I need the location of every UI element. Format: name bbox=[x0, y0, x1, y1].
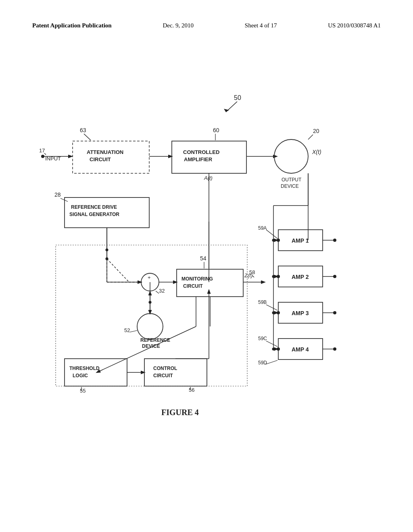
publication-label: Patent Application Publication bbox=[32, 22, 112, 29]
threshold-label2: LOGIC bbox=[73, 373, 88, 378]
control-circuit-box bbox=[144, 359, 207, 386]
monitoring-label2: CIRCUIT bbox=[183, 283, 203, 289]
patent-number: US 2010/0308748 A1 bbox=[328, 22, 381, 29]
ref-drive-junction bbox=[106, 249, 108, 251]
svg-line-19 bbox=[265, 360, 277, 364]
dist-dot-3 bbox=[272, 312, 275, 314]
label-20: 20 bbox=[313, 128, 319, 134]
label-58: 58 bbox=[249, 269, 255, 275]
controlled-amp-label1: CONTROLLED bbox=[183, 149, 219, 155]
svg-line-5 bbox=[308, 135, 313, 139]
label-52: 52 bbox=[124, 327, 130, 333]
amp2-out-dot bbox=[333, 275, 336, 278]
xt-label: X(t) bbox=[312, 149, 321, 155]
figure-label: FIGURE 4 bbox=[161, 408, 199, 417]
output-device-circle bbox=[274, 139, 308, 173]
output-device-label2: DEVICE bbox=[281, 183, 299, 189]
attenuation-circuit-label: ATTENUATION bbox=[87, 149, 123, 155]
ref-drive-label2: SIGNAL GENERATOR bbox=[69, 212, 119, 217]
amp4-out-dot bbox=[333, 347, 336, 351]
date-label: Dec. 9, 2010 bbox=[163, 22, 194, 29]
amp3-label: AMP 3 bbox=[292, 310, 309, 316]
monitoring-circuit-box bbox=[177, 269, 243, 297]
amp2-in-dot bbox=[277, 275, 280, 278]
threshold-label1: THRESHOLD bbox=[69, 366, 100, 371]
label-59d: 59D bbox=[258, 360, 267, 366]
svg-line-16 bbox=[266, 230, 277, 239]
page-header: Patent Application Publication Dec. 9, 2… bbox=[0, 22, 413, 29]
svg-line-11 bbox=[130, 330, 137, 332]
svg-line-10 bbox=[252, 276, 254, 277]
attenuation-circuit-label2: CIRCUIT bbox=[90, 156, 111, 162]
amp3-in-dot bbox=[277, 311, 280, 314]
label-59a: 59A bbox=[258, 225, 267, 231]
at-label: A(t) bbox=[204, 175, 213, 181]
circuit-diagram: 50 63 ATTENUATION CIRCUIT INPUT 17 60 CO… bbox=[20, 60, 399, 455]
label-54: 54 bbox=[200, 255, 206, 262]
mon-to-thresh-arrow bbox=[97, 326, 196, 372]
label-59b: 59B bbox=[258, 299, 267, 305]
amp2-label: AMP 2 bbox=[292, 274, 309, 280]
label-50: 50 bbox=[234, 94, 241, 101]
dist-dot-2 bbox=[272, 275, 275, 278]
label-17: 17 bbox=[39, 148, 45, 154]
label-56: 56 bbox=[189, 387, 194, 393]
svg-line-17 bbox=[266, 305, 277, 310]
amp1-out-dot bbox=[333, 239, 336, 242]
plus-sign: + bbox=[148, 274, 151, 281]
label-60: 60 bbox=[213, 127, 219, 133]
ref-drive-label1: REFERENCE DRIVE bbox=[71, 204, 117, 210]
control-label2: CIRCUIT bbox=[153, 373, 173, 378]
sheet-label: Sheet 4 of 17 bbox=[245, 22, 277, 29]
dotted-boundary-box bbox=[56, 245, 247, 386]
controlled-amp-label2: AMPLIFIER bbox=[184, 156, 213, 162]
svg-line-8 bbox=[156, 291, 159, 293]
attenuation-circuit-box bbox=[73, 141, 149, 173]
amp4-label: AMP 4 bbox=[292, 346, 309, 353]
svg-line-18 bbox=[266, 341, 277, 347]
amp4-in-dot bbox=[277, 347, 280, 351]
dist-dot-4 bbox=[272, 348, 275, 351]
amp1-label: AMP 1 bbox=[292, 237, 309, 244]
output-device-label1: OUTPUT bbox=[282, 177, 302, 183]
monitoring-label1: MONITORING bbox=[181, 276, 213, 282]
label-28: 28 bbox=[54, 191, 61, 198]
control-label1: CONTROL bbox=[153, 366, 177, 371]
amp1-in-dot bbox=[277, 239, 280, 242]
label-32: 32 bbox=[159, 288, 165, 294]
label-63: 63 bbox=[80, 127, 86, 133]
svg-line-7 bbox=[60, 198, 68, 202]
label-59c: 59C bbox=[258, 336, 267, 341]
amp3-out-dot bbox=[333, 311, 336, 314]
label-55: 55 bbox=[80, 388, 86, 394]
svg-line-3 bbox=[44, 153, 46, 155]
svg-line-2 bbox=[84, 134, 91, 140]
dashed-line-1 bbox=[107, 259, 129, 282]
svg-marker-1 bbox=[224, 109, 229, 112]
input-dot bbox=[41, 155, 44, 158]
